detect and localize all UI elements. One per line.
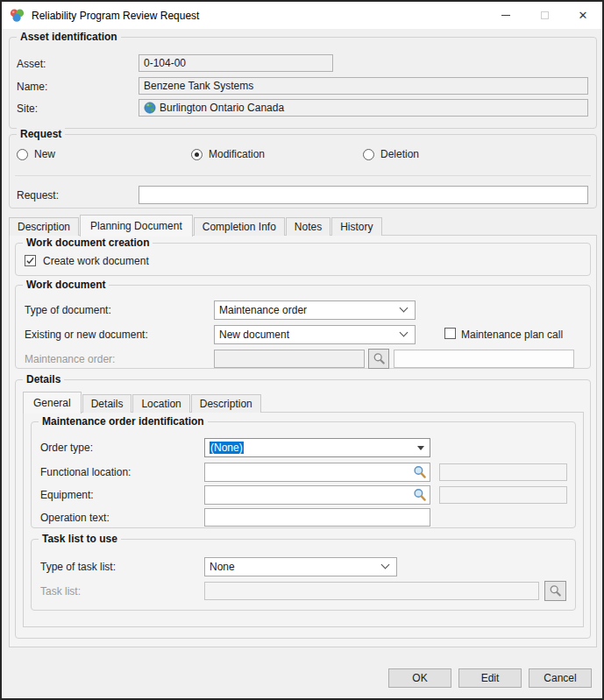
- group-title: Work document creation: [23, 237, 153, 249]
- radio-modification[interactable]: Modification: [191, 148, 265, 160]
- checkmark-icon: [25, 256, 35, 265]
- request-label: Request:: [17, 189, 59, 202]
- group-title: Request: [17, 128, 65, 140]
- type-of-task-list-label: Type of task list:: [40, 561, 116, 573]
- order-type-label: Order type:: [40, 442, 93, 454]
- equipment-input[interactable]: [204, 485, 430, 505]
- task-list-search-button[interactable]: [544, 581, 566, 601]
- planning-document-tabpage: Work document creation Create work docum…: [9, 235, 597, 647]
- group-title: Asset identification: [17, 31, 121, 43]
- type-of-document-label: Type of document:: [25, 304, 111, 316]
- radio-label: Modification: [209, 148, 265, 160]
- chevron-down-icon: [400, 329, 409, 337]
- radio-deletion[interactable]: Deletion: [363, 148, 419, 160]
- titlebar: Reliability Program Review Request ✕: [2, 2, 602, 29]
- type-of-document-value: Maintenance order: [219, 304, 307, 316]
- maintenance-plan-call-label: Maintenance plan call: [461, 329, 563, 341]
- existing-or-new-label: Existing or new document:: [25, 329, 148, 341]
- globe-icon: [144, 102, 156, 114]
- existing-or-new-select[interactable]: New document: [214, 325, 416, 344]
- details-tabstrip: General Details Location Description: [23, 392, 262, 413]
- order-type-select[interactable]: (None): [204, 438, 430, 457]
- general-tabpage: Maintenance order identification Order t…: [23, 412, 584, 627]
- cancel-button[interactable]: Cancel: [529, 668, 592, 688]
- radio-icon: [363, 149, 374, 160]
- existing-or-new-value: New document: [219, 329, 289, 341]
- dialog-reliability-program-review-request: Reliability Program Review Request ✕ Ass…: [0, 0, 604, 700]
- tab-location[interactable]: Location: [132, 394, 189, 413]
- asset-value: 0-104-00: [144, 57, 186, 69]
- window-title: Reliability Program Review Request: [32, 10, 199, 22]
- maintenance-order-label: Maintenance order:: [25, 353, 115, 365]
- operation-text-input[interactable]: [204, 508, 430, 527]
- chevron-down-icon: [381, 561, 390, 569]
- maintenance-order-field: [214, 350, 365, 368]
- type-of-document-select[interactable]: Maintenance order: [214, 301, 416, 320]
- name-label: Name:: [17, 81, 47, 93]
- name-field: Benzene Tank Systems: [139, 77, 588, 95]
- maintenance-order-identification-group: Maintenance order identification Order t…: [31, 421, 576, 528]
- radio-label: Deletion: [380, 148, 419, 160]
- order-type-value: (None): [210, 442, 244, 454]
- minimize-icon: [501, 15, 510, 16]
- maintenance-order-search-button[interactable]: [368, 349, 389, 369]
- name-value: Benzene Tank Systems: [144, 80, 253, 92]
- chevron-down-icon: [400, 304, 409, 313]
- work-document-group: Work document Type of document: Maintena…: [15, 285, 591, 369]
- dropdown-arrow-icon: [417, 446, 424, 450]
- tab-description[interactable]: Description: [9, 217, 79, 236]
- type-of-task-list-select[interactable]: None: [204, 557, 397, 576]
- request-group: Request New Modification Deletion Reques…: [9, 134, 597, 209]
- close-icon: ✕: [579, 10, 588, 21]
- asset-label: Asset:: [17, 58, 46, 70]
- maximize-icon: [541, 11, 549, 19]
- search-icon: [373, 352, 386, 365]
- create-work-document-checkbox[interactable]: [25, 255, 36, 266]
- main-tabstrip: Description Planning Document Completion…: [9, 215, 383, 236]
- radio-selected-icon: [191, 149, 203, 160]
- tab-completion-info[interactable]: Completion Info: [194, 217, 285, 236]
- asset-identification-group: Asset identification Asset: 0-104-00 Nam…: [9, 37, 597, 129]
- search-icon[interactable]: [413, 465, 427, 479]
- group-title: Details: [23, 373, 64, 385]
- details-group: Details General Details Location Descrip…: [15, 379, 591, 639]
- tab-description-inner[interactable]: Description: [191, 394, 261, 413]
- search-icon[interactable]: [413, 488, 427, 502]
- tab-notes[interactable]: Notes: [286, 217, 330, 236]
- create-work-document-label: Create work document: [43, 255, 149, 267]
- request-input[interactable]: [139, 186, 588, 204]
- functional-location-desc-field: [439, 463, 567, 481]
- task-list-group: Task list to use Type of task list: None…: [31, 539, 576, 611]
- functional-location-label: Functional location:: [40, 466, 131, 478]
- maximize-button: [525, 2, 564, 29]
- work-document-creation-group: Work document creation Create work docum…: [15, 243, 591, 276]
- radio-label: New: [34, 148, 55, 160]
- asset-field: 0-104-00: [139, 54, 333, 72]
- tab-general[interactable]: General: [23, 392, 82, 414]
- equipment-desc-field: [439, 486, 567, 504]
- tab-history[interactable]: History: [331, 217, 381, 236]
- functional-location-input[interactable]: [204, 463, 430, 482]
- close-button[interactable]: ✕: [564, 2, 602, 29]
- radio-new[interactable]: New: [17, 148, 55, 160]
- equipment-label: Equipment:: [40, 489, 94, 501]
- task-list-field: [204, 582, 539, 600]
- maintenance-plan-call-checkbox[interactable]: [444, 328, 456, 339]
- maintenance-order-desc-field: [394, 350, 574, 368]
- divider: [15, 175, 591, 176]
- tab-details[interactable]: Details: [82, 394, 132, 413]
- task-list-label: Task list:: [40, 585, 81, 597]
- edit-button[interactable]: Edit: [458, 668, 522, 688]
- app-spheres-icon: [10, 8, 25, 23]
- minimize-button[interactable]: [487, 2, 525, 29]
- radio-icon: [17, 149, 28, 160]
- ok-button[interactable]: OK: [388, 668, 451, 688]
- search-icon: [549, 584, 562, 597]
- group-title: Task list to use: [39, 533, 121, 545]
- tab-planning-document[interactable]: Planning Document: [80, 215, 193, 237]
- site-value: Burlington Ontario Canada: [160, 102, 284, 114]
- group-title: Work document: [23, 279, 109, 291]
- operation-text-label: Operation text:: [40, 512, 110, 524]
- type-of-task-list-value: None: [210, 561, 235, 573]
- site-field: Burlington Ontario Canada: [139, 99, 588, 117]
